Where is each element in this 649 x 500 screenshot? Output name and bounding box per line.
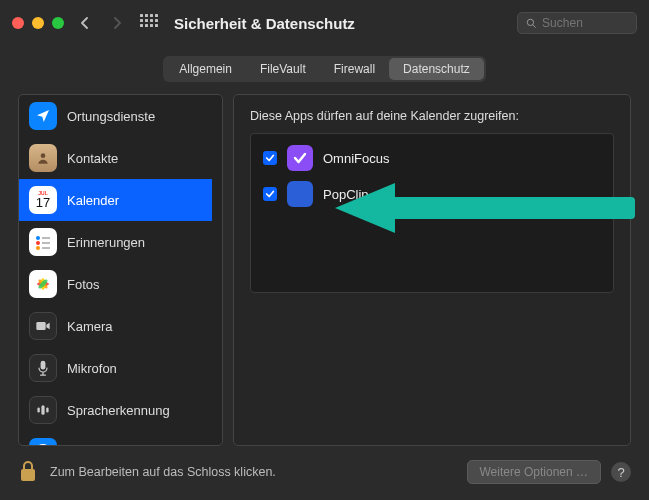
svg-rect-17 xyxy=(46,408,48,413)
sidebar-item-label: Kalender xyxy=(67,193,119,208)
sidebar-item-erinnerungen[interactable]: Erinnerungen xyxy=(19,221,212,263)
close-window-button[interactable] xyxy=(12,17,24,29)
svg-rect-14 xyxy=(41,361,46,370)
svg-rect-6 xyxy=(42,237,50,239)
contacts-icon xyxy=(29,144,57,172)
sidebar-item-label: Kamera xyxy=(67,319,113,334)
sidebar-item-label: Fotos xyxy=(67,277,100,292)
sidebar-item-fotos[interactable]: Fotos xyxy=(19,263,212,305)
sidebar-item-bedienungshilfen[interactable]: Bedienungshilfen xyxy=(19,431,212,445)
sidebar-scroll[interactable]: Ortungsdienste Kontakte JUL 17 Kalender xyxy=(19,95,222,445)
sidebar-item-spracherkennung[interactable]: Spracherkennung xyxy=(19,389,212,431)
lock-hint: Zum Bearbeiten auf das Schloss klicken. xyxy=(50,465,276,479)
panel-hint: Diese Apps dürfen auf deine Kalender zug… xyxy=(250,109,614,123)
app-checkbox[interactable] xyxy=(263,151,277,165)
svg-point-4 xyxy=(36,241,40,245)
app-row[interactable]: PopClip xyxy=(255,176,609,212)
search-icon xyxy=(526,17,536,29)
speech-icon xyxy=(29,396,57,424)
mic-icon xyxy=(29,354,57,382)
svg-rect-20 xyxy=(21,469,35,481)
minimize-window-button[interactable] xyxy=(32,17,44,29)
location-icon xyxy=(29,102,57,130)
tab-filevault[interactable]: FileVault xyxy=(246,58,320,80)
sidebar-item-kamera[interactable]: Kamera xyxy=(19,305,212,347)
tab-bar: Allgemein FileVault Firewall Datenschutz xyxy=(0,46,649,94)
segmented-control: Allgemein FileVault Firewall Datenschutz xyxy=(163,56,486,82)
content-area: Ortungsdienste Kontakte JUL 17 Kalender xyxy=(0,94,649,446)
reminders-icon xyxy=(29,228,57,256)
sidebar-item-label: Ortungsdienste xyxy=(67,109,155,124)
show-all-prefs-button[interactable] xyxy=(138,12,160,34)
app-icon-popclip xyxy=(287,181,313,207)
titlebar: Sicherheit & Datenschutz xyxy=(0,0,649,46)
svg-rect-16 xyxy=(37,408,39,413)
app-row[interactable]: OmniFocus xyxy=(255,140,609,176)
svg-line-1 xyxy=(533,25,536,28)
window-controls xyxy=(12,17,64,29)
sidebar-item-kalender[interactable]: JUL 17 Kalender xyxy=(19,179,212,221)
sidebar-item-label: Mikrofon xyxy=(67,361,117,376)
nav-back-button[interactable] xyxy=(74,12,96,34)
help-button[interactable]: ? xyxy=(611,462,631,482)
app-name: PopClip xyxy=(323,187,369,202)
sidebar-item-label: Kontakte xyxy=(67,151,118,166)
more-options-button[interactable]: Weitere Optionen … xyxy=(467,460,602,484)
app-checkbox[interactable] xyxy=(263,187,277,201)
sidebar-item-ortungsdienste[interactable]: Ortungsdienste xyxy=(19,95,212,137)
lock-button[interactable] xyxy=(18,459,38,486)
sidebar-item-label: Erinnerungen xyxy=(67,235,145,250)
zoom-window-button[interactable] xyxy=(52,17,64,29)
svg-rect-8 xyxy=(42,247,50,249)
photos-icon xyxy=(29,270,57,298)
footer: Zum Bearbeiten auf das Schloss klicken. … xyxy=(0,444,649,500)
window-title: Sicherheit & Datenschutz xyxy=(174,15,355,32)
svg-rect-13 xyxy=(36,322,45,330)
svg-point-5 xyxy=(36,246,40,250)
tab-firewall[interactable]: Firewall xyxy=(320,58,389,80)
main-panel: Diese Apps dürfen auf deine Kalender zug… xyxy=(233,94,631,446)
sidebar-item-label: Spracherkennung xyxy=(67,403,170,418)
grid-icon xyxy=(140,14,158,32)
nav-forward-button[interactable] xyxy=(106,12,128,34)
search-input[interactable] xyxy=(542,16,628,30)
tab-allgemein[interactable]: Allgemein xyxy=(165,58,246,80)
sidebar-item-kontakte[interactable]: Kontakte xyxy=(19,137,212,179)
app-permission-list: OmniFocus PopClip xyxy=(250,133,614,293)
search-field[interactable] xyxy=(517,12,637,34)
svg-point-2 xyxy=(41,153,46,158)
svg-rect-15 xyxy=(41,405,44,415)
tab-datenschutz[interactable]: Datenschutz xyxy=(389,58,484,80)
privacy-sidebar: Ortungsdienste Kontakte JUL 17 Kalender xyxy=(18,94,223,446)
app-icon-omnifocus xyxy=(287,145,313,171)
camera-icon xyxy=(29,312,57,340)
app-name: OmniFocus xyxy=(323,151,389,166)
svg-point-3 xyxy=(36,236,40,240)
sidebar-item-mikrofon[interactable]: Mikrofon xyxy=(19,347,212,389)
svg-rect-7 xyxy=(42,242,50,244)
calendar-icon: JUL 17 xyxy=(29,186,57,214)
